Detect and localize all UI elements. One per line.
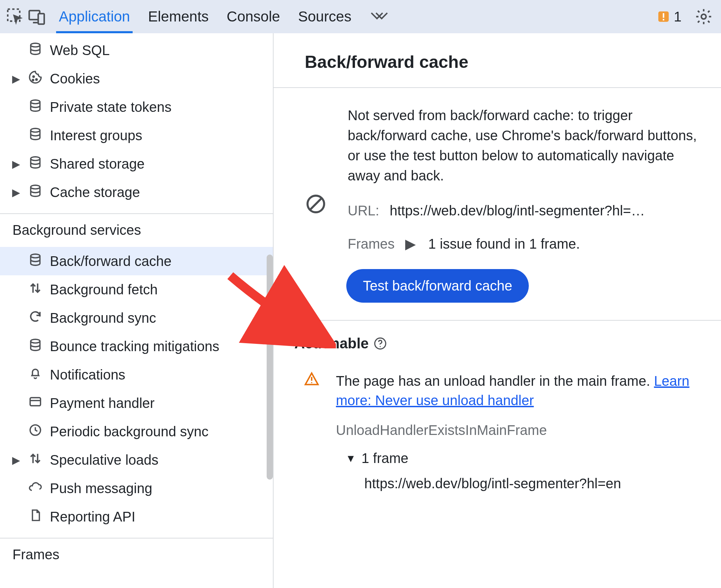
frames-label: Frames [348, 236, 395, 252]
frames-row[interactable]: Frames ▶ 1 issue found in 1 frame. [348, 236, 700, 252]
prohibited-icon [305, 105, 327, 303]
svg-point-9 [36, 79, 37, 80]
url-value: https://web.dev/blog/intl-segmenter?hl=… [390, 203, 645, 219]
help-icon[interactable] [374, 337, 387, 350]
svg-point-25 [311, 382, 312, 383]
svg-point-15 [31, 254, 40, 258]
svg-rect-5 [663, 19, 664, 20]
sidebar-item-push[interactable]: Push messaging [0, 474, 273, 502]
svg-point-6 [701, 14, 706, 19]
issues-badge[interactable]: 1 [657, 9, 682, 25]
sidebar-item-label: Private state tokens [50, 99, 171, 115]
sidebar-item-payment[interactable]: Payment handler [0, 389, 273, 417]
doc-icon [28, 508, 42, 525]
sidebar-item-label: Notifications [50, 367, 125, 383]
frames-summary: 1 issue found in 1 frame. [428, 236, 580, 252]
devtools-tab-bar: Application Elements Console Sources 1 [0, 0, 721, 33]
actionable-heading: Actionable [294, 335, 700, 352]
inspect-element-icon[interactable] [6, 8, 24, 26]
sidebar-item-label: Periodic background sync [50, 424, 208, 439]
actionable-heading-label: Actionable [294, 335, 369, 352]
issue-frame-url: https://web.dev/blog/intl-segmenter?hl=e… [364, 476, 700, 491]
sidebar-item-label: Interest groups [50, 128, 142, 143]
device-mode-icon[interactable] [28, 8, 46, 26]
updown-icon [28, 452, 42, 469]
issue-frames-toggle[interactable]: ▼ 1 frame [346, 451, 700, 466]
svg-point-8 [33, 76, 34, 77]
sidebar-item-label: Back/forward cache [50, 253, 171, 269]
tab-label: Sources [298, 8, 351, 25]
sidebar-item-bgsync[interactable]: Background sync [0, 304, 273, 332]
db-icon [28, 338, 42, 355]
sidebar-item-periodic[interactable]: Periodic background sync [0, 417, 273, 446]
issues-count: 1 [674, 9, 682, 25]
svg-point-7 [31, 43, 40, 47]
issue-code: UnloadHandlerExistsInMainFrame [336, 422, 700, 438]
bfcache-pane: Back/forward cache Not served from back/… [274, 33, 721, 588]
section-background-services[interactable]: Background services [0, 213, 273, 244]
sidebar-item-label: Web SQL [50, 43, 110, 58]
svg-rect-17 [30, 398, 41, 406]
db-icon [28, 155, 42, 172]
svg-point-11 [31, 100, 40, 104]
tab-sources[interactable]: Sources [298, 0, 351, 33]
sidebar-item-interest-groups[interactable]: Interest groups [0, 121, 273, 150]
sidebar-item-label: Shared storage [50, 156, 145, 172]
expand-triangle-icon: ▶ [405, 236, 416, 252]
sidebar-item-web-sql[interactable]: Web SQL [0, 36, 273, 64]
sidebar-item-label: Push messaging [50, 481, 152, 496]
tab-application[interactable]: Application [59, 0, 130, 33]
sync-icon [28, 310, 42, 327]
sidebar-item-label: Background fetch [50, 282, 158, 297]
sidebar-item-shared-storage[interactable]: ▶ Shared storage [0, 150, 273, 178]
sidebar-item-private-state-tokens[interactable]: Private state tokens [0, 93, 273, 121]
sidebar-item-bfcache[interactable]: Back/forward cache [0, 247, 273, 275]
devtools-tabs: Application Elements Console Sources [59, 0, 388, 33]
tab-elements[interactable]: Elements [148, 0, 208, 33]
sidebar-item-bgfetch[interactable]: Background fetch [0, 275, 273, 304]
more-tabs-button[interactable] [370, 0, 388, 33]
section-frames[interactable]: Frames [0, 538, 273, 569]
sidebar-item-cache-storage[interactable]: ▶ Cache storage [0, 178, 273, 206]
db-icon [28, 253, 42, 270]
sidebar-scrollbar-thumb[interactable] [267, 255, 273, 480]
db-icon [28, 184, 42, 201]
sidebar-item-notif[interactable]: Notifications [0, 360, 273, 389]
cloud-icon [28, 480, 42, 497]
url-row: URL: https://web.dev/blog/intl-segmenter… [348, 203, 700, 219]
sidebar-item-label: Bounce tracking mitigations [50, 339, 219, 354]
bfcache-status-text: Not served from back/forward cache: to t… [348, 105, 700, 186]
issue-message-text: The page has an unload handler in the ma… [336, 373, 654, 389]
url-label: URL: [348, 203, 379, 219]
sidebar-item-label: Cookies [50, 71, 100, 87]
settings-icon[interactable] [695, 8, 713, 26]
sidebar-item-specloads[interactable]: ▶ Speculative loads [0, 446, 273, 474]
sidebar-item-bounce[interactable]: Bounce tracking mitigations [0, 332, 273, 360]
sidebar-item-reporting[interactable]: Reporting API [0, 502, 273, 531]
db-icon [28, 42, 42, 59]
db-icon [28, 127, 42, 144]
sidebar-item-cookies[interactable]: ▶ Cookies [0, 64, 273, 93]
tab-label: Application [59, 8, 130, 25]
sidebar-item-label: Reporting API [50, 509, 135, 525]
expand-arrow-icon: ▶ [11, 454, 21, 466]
db-icon [28, 99, 42, 116]
svg-rect-2 [38, 14, 44, 24]
issue-message: The page has an unload handler in the ma… [336, 371, 700, 410]
svg-point-13 [31, 157, 40, 160]
tab-label: Elements [148, 8, 208, 25]
bell-icon [28, 366, 42, 383]
tab-console[interactable]: Console [227, 0, 280, 33]
expand-arrow-icon: ▶ [11, 73, 21, 85]
sidebar-item-label: Payment handler [50, 395, 154, 411]
svg-point-12 [31, 128, 40, 132]
expand-arrow-icon: ▶ [11, 158, 21, 170]
svg-point-10 [32, 79, 34, 81]
svg-point-16 [31, 339, 40, 343]
svg-point-14 [31, 185, 40, 189]
test-bfcache-button[interactable]: Test back/forward cache [346, 269, 529, 303]
warning-icon [304, 371, 319, 390]
pane-title: Back/forward cache [274, 33, 721, 88]
sidebar-item-label: Cache storage [50, 185, 140, 200]
updown-icon [28, 281, 42, 298]
